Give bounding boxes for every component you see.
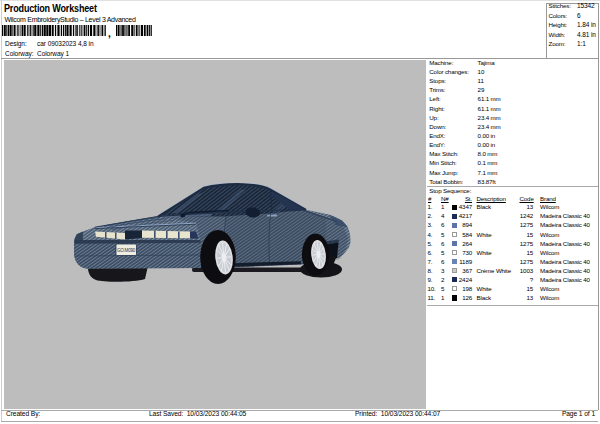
svg-text:,: , xyxy=(108,28,111,39)
svg-text:GO.M090: GO.M090 xyxy=(117,248,136,253)
